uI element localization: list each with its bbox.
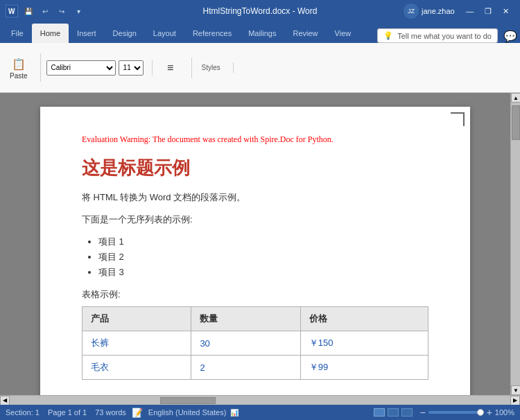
- status-bar: Section: 1 Page 1 of 1 73 words 📝 Englis…: [0, 405, 520, 420]
- spelling-icon: 📊: [230, 409, 239, 417]
- font-group: Calibri 11: [46, 60, 153, 76]
- view-icons: [374, 408, 413, 417]
- redo-icon[interactable]: ↪: [55, 5, 68, 17]
- read-mode-icon[interactable]: [388, 408, 399, 417]
- ribbon-body: 📋 Paste Calibri 11 ≡ Styles: [0, 43, 520, 93]
- align-left-button[interactable]: ≡: [158, 58, 183, 78]
- scroll-down-arrow[interactable]: ▼: [511, 385, 520, 395]
- save-icon[interactable]: 💾: [22, 5, 35, 17]
- font-size-select[interactable]: 11: [119, 60, 144, 76]
- zoom-out-button[interactable]: −: [419, 407, 425, 418]
- paragraph-group: ≡: [158, 58, 192, 78]
- cell-product-2: 毛衣: [83, 356, 191, 380]
- word-count: 73 words: [95, 408, 126, 417]
- clipboard-group: 📋 Paste: [6, 53, 41, 82]
- section-info: Section: 1: [6, 408, 40, 417]
- col-header-qty: 数量: [191, 307, 300, 331]
- table-row: 长裤 30 ￥150: [83, 331, 428, 356]
- vertical-scrollbar[interactable]: ▲ ▼: [510, 93, 520, 395]
- web-view-icon[interactable]: [401, 408, 413, 417]
- customize-icon[interactable]: ▾: [72, 5, 85, 17]
- list-item: 项目 3: [98, 266, 428, 279]
- scroll-right-arrow[interactable]: ▶: [510, 396, 520, 405]
- zoom-thumb: [477, 409, 484, 416]
- tab-insert[interactable]: Insert: [69, 24, 105, 43]
- minimize-button[interactable]: —: [462, 1, 478, 21]
- document-page: Evaluation Warning: The document was cre…: [40, 107, 470, 395]
- table-row: 毛衣 2 ￥99: [83, 356, 428, 380]
- h-scroll-thumb[interactable]: [160, 397, 216, 404]
- styles-label: Styles: [198, 62, 225, 73]
- svg-text:W: W: [8, 8, 15, 15]
- table-label: 表格示例:: [82, 288, 428, 301]
- status-bar-right: − + 100%: [374, 407, 514, 418]
- word-icon: W: [6, 5, 18, 17]
- list-item: 项目 2: [98, 251, 428, 263]
- language-info: English (United States): [148, 408, 227, 417]
- comment-icon[interactable]: 💬: [503, 30, 517, 43]
- h-scroll-track: [10, 396, 510, 405]
- doc-scroll-area[interactable]: Evaluation Warning: The document was cre…: [0, 93, 510, 395]
- close-button[interactable]: ✕: [498, 1, 514, 21]
- ribbon-tabs: File Home Insert Design Layout Reference…: [0, 22, 520, 43]
- document-heading: 这是标题示例: [82, 156, 428, 180]
- document-area: Evaluation Warning: The document was cre…: [0, 93, 520, 395]
- print-layout-icon[interactable]: [374, 408, 385, 417]
- zoom-slider[interactable]: [428, 411, 484, 414]
- tell-me-text: Tell me what you want to do: [397, 32, 492, 40]
- scroll-track: [511, 103, 520, 385]
- scroll-left-arrow[interactable]: ◀: [0, 396, 10, 405]
- paragraph-2: 下面是一个无序列表的示例:: [82, 213, 428, 226]
- table-header-row: 产品 数量 价格: [83, 307, 428, 331]
- cell-qty-2: 2: [191, 356, 300, 380]
- restore-button[interactable]: ❐: [480, 1, 496, 21]
- page-info: Page 1 of 1: [48, 408, 87, 417]
- tab-review[interactable]: Review: [285, 24, 327, 43]
- tab-layout[interactable]: Layout: [145, 24, 184, 43]
- scroll-up-arrow[interactable]: ▲: [511, 93, 520, 103]
- cell-qty-1: 30: [191, 331, 300, 356]
- bullet-list: 项目 1 项目 2 项目 3: [98, 236, 428, 279]
- font-family-select[interactable]: Calibri: [46, 60, 116, 76]
- scroll-thumb[interactable]: [512, 105, 520, 140]
- page-corner-marker: [451, 112, 465, 126]
- paste-icon: 📋: [10, 55, 27, 72]
- title-bar-left: W 💾 ↩ ↪ ▾: [6, 5, 116, 17]
- cell-price-2: ￥99: [300, 356, 428, 380]
- data-table: 产品 数量 价格 长裤 30 ￥150 毛衣 2 ￥99: [82, 306, 428, 380]
- window-title: HtmlStringToWord.docx - Word: [116, 6, 404, 16]
- ribbon: File Home Insert Design Layout Reference…: [0, 22, 520, 93]
- align-left-icon: ≡: [162, 60, 179, 76]
- zoom-level: 100%: [495, 408, 514, 417]
- col-header-product: 产品: [83, 307, 191, 331]
- tab-file[interactable]: File: [3, 24, 32, 43]
- user-avatar: JZ: [404, 3, 419, 19]
- tab-references[interactable]: References: [184, 24, 240, 43]
- tab-home[interactable]: Home: [32, 24, 69, 43]
- zoom-control: − + 100%: [419, 407, 514, 418]
- list-item: 项目 1: [98, 236, 428, 248]
- col-header-price: 价格: [300, 307, 428, 331]
- tab-view[interactable]: View: [327, 24, 360, 43]
- paste-button[interactable]: 📋 Paste: [6, 53, 32, 82]
- cell-product-1: 长裤: [83, 331, 191, 356]
- eval-warning-text: Evaluation Warning: The document was cre…: [82, 134, 428, 145]
- tab-mailings[interactable]: Mailings: [240, 24, 284, 43]
- username: jane.zhao: [422, 7, 455, 15]
- title-bar: W 💾 ↩ ↪ ▾ HtmlStringToWord.docx - Word J…: [0, 0, 520, 22]
- cell-price-1: ￥150: [300, 331, 428, 356]
- paragraph-1: 将 HTML 转换为 Word 文档的段落示例。: [82, 191, 428, 204]
- undo-icon[interactable]: ↩: [39, 5, 51, 17]
- title-bar-right: JZ jane.zhao — ❐ ✕: [404, 1, 514, 21]
- zoom-in-button[interactable]: +: [487, 407, 492, 418]
- tell-me-box[interactable]: 💡 Tell me what you want to do: [377, 28, 498, 43]
- track-changes-icon: 📝: [132, 408, 143, 418]
- styles-group: Styles: [198, 62, 234, 73]
- tab-design[interactable]: Design: [105, 24, 145, 43]
- horizontal-scrollbar: ◀ ▶: [0, 395, 520, 405]
- lightbulb-icon: 💡: [383, 31, 393, 40]
